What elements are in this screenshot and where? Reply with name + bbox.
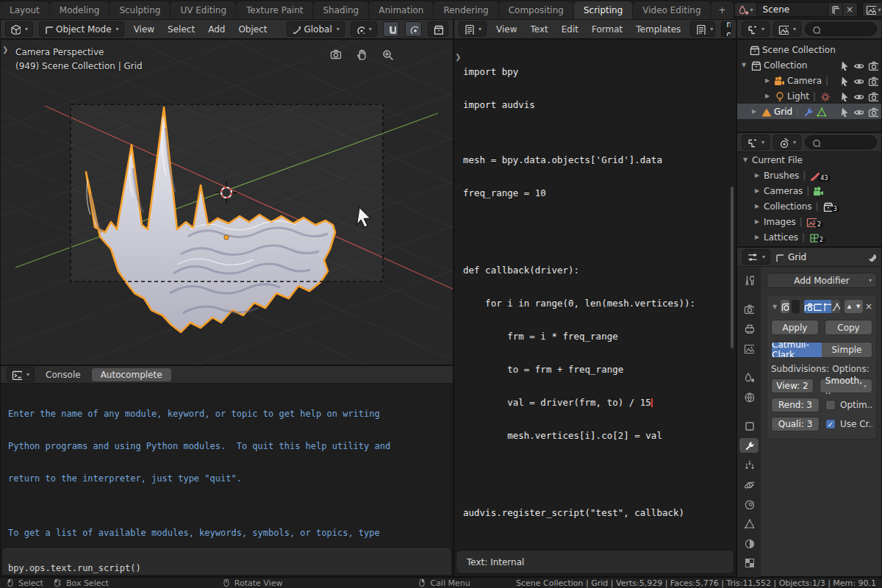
scene-unlink-button[interactable]: × — [842, 3, 857, 16]
display-mode-dropdown[interactable]: ▾ — [773, 135, 801, 150]
blend-row-lattices[interactable]: ▶ Lattices| 2 — [737, 229, 881, 245]
workspace-tab-scripting[interactable]: Scripting — [574, 1, 633, 19]
python-console[interactable]: ▾ Console Autocomplete Enter the name of… — [0, 365, 453, 577]
menu-view[interactable]: View — [492, 23, 520, 36]
workspace-tab-sculpting[interactable]: Sculpting — [110, 1, 171, 19]
tab-particles[interactable] — [739, 458, 759, 473]
pin-id-button[interactable] — [867, 253, 876, 262]
menu-templates[interactable]: Templates — [632, 23, 684, 36]
use-creases-checkbox[interactable]: ✓ — [825, 419, 836, 429]
copy-button[interactable]: Copy — [825, 320, 872, 335]
pan-view-button[interactable] — [356, 49, 368, 61]
modifier-name-field[interactable] — [792, 300, 799, 313]
subdiv-render-field[interactable]: Rend: 3 — [771, 398, 820, 412]
tab-view-layer[interactable] — [739, 341, 759, 356]
tab-render[interactable] — [739, 302, 759, 317]
text-datablock-name[interactable]: mesh-grid — [721, 21, 731, 37]
outliner-row-grid-selected[interactable]: ▶ Grid| — [737, 104, 881, 119]
selectable-toggle[interactable] — [839, 107, 849, 117]
menu-object[interactable]: Object — [234, 23, 270, 36]
scene-browse-button[interactable]: ▾ — [735, 3, 757, 16]
tab-object-data[interactable] — [739, 516, 759, 531]
show-on-cage-toggle[interactable] — [831, 300, 840, 313]
subdiv-quality-field[interactable]: Quali: 3 — [771, 417, 820, 431]
apply-button[interactable]: Apply — [771, 320, 819, 335]
hide-viewport-toggle[interactable] — [853, 91, 864, 101]
hide-viewport-toggle[interactable] — [853, 76, 864, 86]
tab-material[interactable] — [739, 536, 759, 551]
tab-physics[interactable] — [739, 477, 759, 492]
editor-type-selector-outliner[interactable]: ▾ — [742, 21, 770, 37]
disclosure-closed-icon[interactable]: ▶ — [764, 93, 771, 99]
editor-type-selector-3d[interactable]: ▾ — [5, 21, 33, 37]
zoom-view-button[interactable] — [381, 49, 394, 61]
hide-viewport-toggle[interactable] — [853, 107, 864, 117]
disable-render-toggle[interactable] — [868, 76, 878, 86]
move-up-button[interactable]: ▲ — [845, 300, 853, 313]
move-down-button[interactable]: ▼ — [854, 300, 863, 313]
add-modifier-dropdown[interactable]: Add Modifier▾ — [767, 273, 877, 288]
mode-dropdown[interactable]: Object Mode▾ — [39, 21, 124, 37]
viewport-overflow-button[interactable] — [428, 21, 448, 37]
tab-texture[interactable] — [739, 556, 759, 570]
selectable-toggle[interactable] — [839, 76, 849, 86]
workspace-tab-animation[interactable]: Animation — [369, 1, 434, 19]
console-menu[interactable]: Console — [42, 368, 85, 381]
show-render-toggle[interactable] — [804, 300, 813, 313]
disclosure-open-icon[interactable]: ▼ — [740, 62, 747, 68]
viewport-3d[interactable]: Camera Perspective (949) Scene Collectio… — [0, 39, 453, 365]
mesh-data-indicator[interactable] — [816, 107, 826, 117]
selectable-toggle[interactable] — [839, 91, 849, 101]
tab-modifiers[interactable] — [739, 438, 759, 453]
disable-render-toggle[interactable] — [868, 91, 878, 101]
workspace-tab-rendering[interactable]: Rendering — [434, 1, 498, 19]
menu-view[interactable]: View — [130, 23, 158, 36]
toggle-camera-view-button[interactable] — [330, 49, 343, 61]
disclosure-closed-icon[interactable]: ▶ — [753, 172, 761, 179]
blend-file-search[interactable] — [805, 135, 877, 149]
scene-name[interactable]: Scene — [757, 4, 828, 15]
disclosure-closed-icon[interactable]: ▶ — [764, 77, 771, 84]
editor-type-selector-outliner2[interactable]: ▾ — [742, 135, 770, 150]
transform-orientation-dropdown[interactable]: Global▾ — [287, 21, 344, 37]
blend-row-brushes[interactable]: ▶ Brushes| 43 — [737, 168, 881, 183]
workspace-tab-shading[interactable]: Shading — [313, 1, 369, 19]
blend-row-images[interactable]: ▶ Images| 2 — [737, 214, 881, 229]
catmull-clark-option[interactable]: Catmull-Clark — [772, 343, 822, 357]
workspace-tab-modeling[interactable]: Modeling — [50, 1, 110, 19]
add-workspace-button[interactable]: + — [711, 1, 734, 19]
delete-modifier-button[interactable]: × — [865, 301, 872, 312]
optimal-display-checkbox[interactable] — [825, 400, 836, 410]
code-area[interactable]: import bpy import audvis mesh = bpy.data… — [454, 40, 736, 540]
uv-smooth-dropdown[interactable]: Smooth, ..▾ — [820, 379, 872, 393]
editor-type-selector-properties[interactable]: ▾ — [742, 249, 770, 265]
text-editor-scrollbar[interactable] — [731, 187, 734, 348]
workspace-tab-uv-editing[interactable]: UV Editing — [171, 1, 237, 19]
hide-viewport-toggle[interactable] — [853, 60, 864, 71]
disclosure-closed-icon[interactable]: ▶ — [753, 187, 761, 194]
menu-edit[interactable]: Edit — [558, 23, 582, 36]
editor-type-selector-console[interactable]: ▾ — [7, 367, 35, 382]
simple-option[interactable]: Simple — [822, 343, 872, 357]
tab-object[interactable] — [739, 418, 759, 433]
modifier-indicator[interactable] — [803, 107, 813, 117]
snap-toggle[interactable] — [384, 22, 400, 36]
tab-tool[interactable] — [739, 273, 759, 287]
info-log-panel[interactable]: bpy.ops.text.run_script() bpy.ops.text.r… — [1, 547, 452, 576]
scene-copy-button[interactable] — [828, 3, 842, 16]
outliner-row-collection[interactable]: ▼ Collection — [737, 57, 881, 73]
tab-scene[interactable] — [739, 370, 759, 384]
outliner-row-light[interactable]: ▶ Light| — [737, 88, 881, 104]
outliner-row-camera[interactable]: ▶ Camera| — [737, 73, 881, 88]
view-layer-browse-button[interactable]: ▾ — [863, 3, 882, 16]
menu-format[interactable]: Format — [588, 23, 626, 36]
toolbar-expand-arrow[interactable]: ❯ — [2, 46, 8, 54]
outliner-filter-dropdown[interactable]: ▾ — [773, 21, 801, 37]
autocomplete-button[interactable]: Autocomplete — [92, 368, 171, 381]
workspace-tab-compositing[interactable]: Compositing — [499, 1, 574, 19]
text-editor[interactable]: import bpy import audvis mesh = bpy.data… — [453, 39, 736, 577]
tab-output[interactable] — [739, 321, 759, 336]
panel-expand-icon[interactable]: ▼ — [771, 304, 778, 310]
menu-add[interactable]: Add — [204, 23, 229, 36]
sidebar-expand-arrow[interactable]: ❯ — [455, 53, 461, 61]
